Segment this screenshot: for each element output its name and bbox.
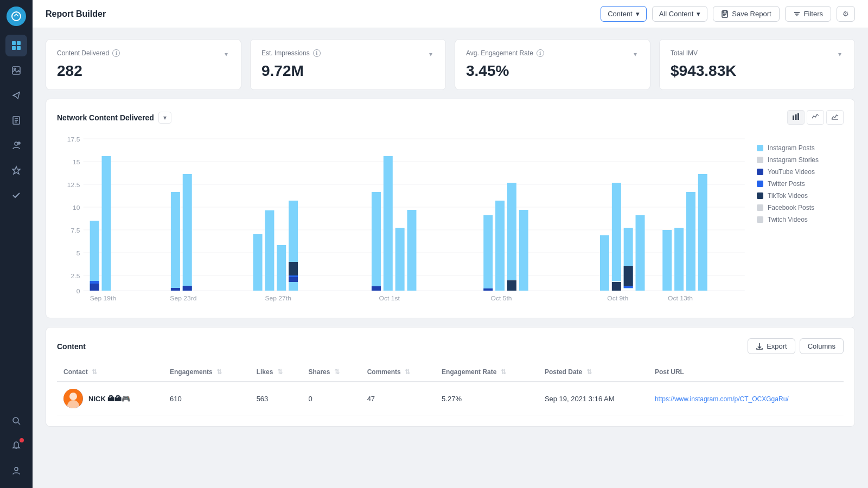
sidebar-item-image[interactable]: [5, 60, 27, 81]
bar: [289, 275, 298, 277]
legend-tiktok-videos: TikTok Videos: [757, 192, 844, 200]
col-shares: Shares ⇅: [302, 363, 360, 382]
table-header-row: Contact ⇅ Engagements ⇅ Likes ⇅ Shares: [57, 363, 844, 382]
bar: [612, 282, 621, 291]
col-engagements: Engagements ⇅: [163, 363, 250, 382]
bar: [600, 235, 609, 291]
save-report-button[interactable]: Save Report: [713, 6, 779, 22]
svg-text:10: 10: [73, 205, 80, 211]
table-row: NICK 🏔🏔🎮 610 563 0 47 5.27% Sep 19, 2021…: [57, 382, 844, 415]
bar: [495, 201, 505, 291]
kpi-dropdown-content-delivered[interactable]: ▾: [222, 49, 230, 59]
chart-panel: Network Content Delivered ▾: [46, 99, 855, 318]
sidebar: [0, 0, 33, 488]
svg-rect-20: [723, 11, 726, 13]
sidebar-item-dashboard[interactable]: [5, 35, 27, 56]
content-filter-dropdown[interactable]: All Content ▾: [652, 6, 708, 22]
legend-color-instagram-stories: [757, 157, 763, 163]
info-icon-impressions: ℹ: [313, 49, 321, 57]
legend-color-tiktok: [757, 192, 763, 199]
sort-icon-contact[interactable]: ⇅: [92, 368, 97, 376]
legend-color-twitter: [757, 181, 763, 187]
svg-text:Oct 9th: Oct 9th: [607, 296, 628, 301]
table-actions: Export Columns: [748, 338, 844, 354]
cell-engagement-rate: 5.27%: [435, 382, 538, 415]
save-icon: [721, 10, 729, 18]
table-head: Contact ⇅ Engagements ⇅ Likes ⇅ Shares: [57, 363, 844, 382]
info-icon: ℹ: [112, 49, 120, 57]
col-posted-date: Posted Date ⇅: [538, 363, 648, 382]
post-url-link[interactable]: https://www.instagram.com/p/CT_OCXGgaRu/: [655, 395, 789, 403]
bar-chart-button[interactable]: [787, 110, 805, 125]
cell-shares: 0: [302, 382, 360, 415]
main-content: Report Builder Content ▾ All Content ▾ S…: [33, 0, 868, 488]
filters-button[interactable]: Filters: [785, 6, 831, 22]
bar: [102, 156, 111, 291]
sort-icon-likes[interactable]: ⇅: [277, 368, 283, 376]
area-chart-button[interactable]: [826, 110, 844, 125]
app-logo: [7, 7, 26, 26]
bar: [90, 284, 99, 291]
settings-button[interactable]: ⚙: [837, 6, 855, 22]
bar: [395, 228, 405, 291]
legend-youtube-videos: YouTube Videos: [757, 168, 844, 176]
bar: [384, 156, 393, 291]
page-title: Report Builder: [46, 9, 592, 19]
sidebar-item-search[interactable]: [5, 410, 27, 432]
avatar-image: [63, 389, 83, 408]
svg-text:Oct 5th: Oct 5th: [490, 296, 512, 301]
kpi-dropdown-impressions[interactable]: ▾: [427, 49, 435, 59]
svg-rect-3: [12, 46, 16, 50]
col-likes: Likes ⇅: [250, 363, 302, 382]
columns-button[interactable]: Columns: [800, 338, 844, 354]
svg-line-16: [18, 422, 20, 425]
svg-rect-4: [17, 46, 21, 50]
bar: [407, 210, 416, 291]
svg-text:2.5: 2.5: [71, 273, 80, 279]
bar-chart-icon: [792, 113, 800, 120]
sidebar-item-notifications[interactable]: [5, 435, 27, 457]
sort-icon-comments[interactable]: ⇅: [405, 368, 410, 376]
kpi-dropdown-imv[interactable]: ▾: [836, 49, 844, 59]
sort-icon-shares[interactable]: ⇅: [334, 368, 340, 376]
kpi-value-engagement: 3.45%: [466, 62, 639, 80]
bar: [90, 221, 99, 291]
sidebar-item-reports[interactable]: [5, 110, 27, 131]
area-chart-icon: [831, 113, 839, 120]
bar: [507, 280, 516, 291]
svg-marker-14: [12, 166, 20, 174]
line-chart-button[interactable]: [807, 110, 824, 125]
sidebar-item-campaigns[interactable]: [5, 85, 27, 106]
svg-text:7.5: 7.5: [71, 228, 80, 234]
bar: [171, 192, 180, 291]
topbar-controls: Content ▾ All Content ▾ Save Report: [601, 6, 855, 22]
bar: [253, 234, 263, 291]
kpi-dropdown-engagement[interactable]: ▾: [631, 49, 639, 59]
svg-point-15: [13, 418, 18, 423]
chart-title: Network Content Delivered: [57, 113, 154, 122]
sidebar-item-favorites[interactable]: [5, 159, 27, 181]
sidebar-item-approvals[interactable]: [5, 184, 27, 206]
export-button[interactable]: Export: [748, 338, 795, 354]
svg-text:Sep 19th: Sep 19th: [90, 296, 117, 301]
kpi-value-imv: $943.83K: [671, 62, 844, 80]
sidebar-item-influencers[interactable]: [5, 134, 27, 156]
bar-chart-container: 17.5 15 12.5 10 7.5 5 2.5 0: [57, 133, 748, 307]
bar: [483, 215, 493, 291]
col-comments: Comments ⇅: [361, 363, 435, 382]
legend-twitch-videos: Twitch Videos: [757, 216, 844, 223]
sidebar-item-profile[interactable]: [5, 460, 27, 481]
info-icon-engagement: ℹ: [537, 49, 544, 57]
content-type-dropdown[interactable]: Content ▾: [601, 6, 647, 22]
svg-rect-26: [793, 115, 794, 120]
svg-text:0: 0: [76, 288, 80, 294]
cell-posted-date: Sep 19, 2021 3:16 AM: [538, 382, 648, 415]
bar: [612, 183, 621, 281]
sort-icon-engagements[interactable]: ⇅: [216, 368, 222, 376]
svg-text:15: 15: [73, 159, 80, 165]
table-panel: Content Export Columns: [46, 327, 855, 427]
sort-icon-posted-date[interactable]: ⇅: [586, 368, 592, 376]
bar-chart-svg: 17.5 15 12.5 10 7.5 5 2.5 0: [57, 133, 748, 307]
chart-title-dropdown[interactable]: ▾: [158, 112, 171, 124]
sort-icon-engagement-rate[interactable]: ⇅: [501, 368, 506, 376]
